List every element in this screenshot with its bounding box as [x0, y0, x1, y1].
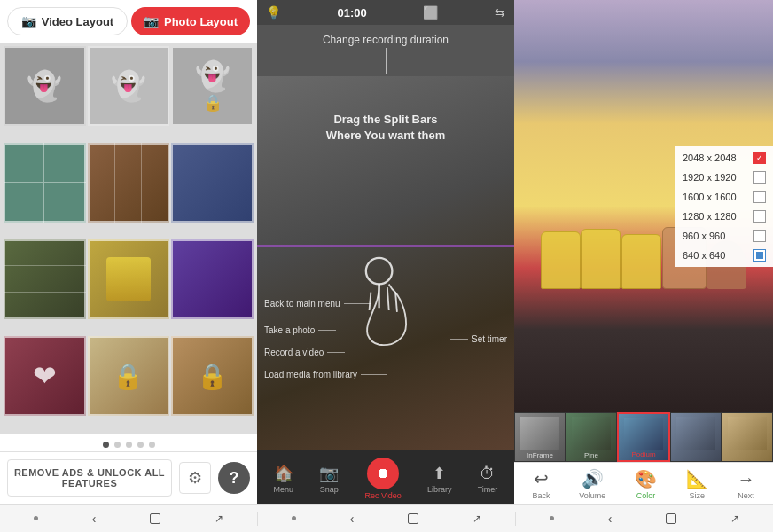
color-button[interactable]: 🎨 Color: [635, 468, 657, 500]
size-option-1920[interactable]: 1920 x 1920: [683, 171, 766, 184]
size-960-label: 960 x 960: [683, 231, 725, 241]
thumb-inframe-label: InFrame: [527, 451, 553, 459]
size-640-checkbox[interactable]: [753, 249, 766, 262]
layout-cell-brown[interactable]: [88, 143, 170, 223]
thumbnail-strip: InFrame Pine Podium: [514, 412, 773, 462]
size-option-640[interactable]: 640 x 640: [683, 249, 766, 262]
color-label: Color: [636, 491, 656, 500]
nav-menu-button[interactable]: 🏠 Menu: [274, 464, 294, 494]
nav-library-button[interactable]: ⬆ Library: [427, 464, 452, 494]
volume-label: Volume: [579, 491, 605, 500]
dot-4[interactable]: [137, 442, 144, 448]
status-section-mid: ‹ ↗: [258, 512, 516, 526]
remove-ads-label: REMOVE ADS & UNLOCK ALL FEATURES: [14, 467, 165, 489]
size-options-panel: 2048 x 2048 ✓ 1920 x 1920 1600 x 1600 12…: [675, 146, 773, 267]
help-icon: ?: [230, 469, 239, 488]
menu-label: Menu: [274, 485, 294, 494]
pagination: [0, 434, 257, 451]
size-2048-checkbox[interactable]: ✓: [753, 152, 766, 164]
video-layout-label: Video Layout: [42, 15, 113, 28]
take-photo-annotation: Take a photo: [264, 325, 336, 335]
record-label: Record a video: [264, 348, 324, 357]
layout-cell-ghost2[interactable]: 👻: [88, 46, 170, 126]
layout-cell-lock2[interactable]: 🔒: [171, 336, 254, 416]
left-bottom-bar: REMOVE ADS & UNLOCK ALL FEATURES ⚙ ?: [0, 451, 257, 504]
thumb-pine-label: Pine: [584, 451, 598, 459]
timer-icon: ⏱: [480, 465, 496, 483]
gear-icon: ⚙: [188, 468, 202, 488]
layout-toggle-header: 📷 Video Layout 📷 Photo Layout: [0, 0, 257, 43]
size-option-2048[interactable]: 2048 x 2048 ✓: [683, 152, 766, 164]
thumb-podium-label: Podium: [631, 450, 655, 458]
size-button[interactable]: 📐 Size: [686, 468, 708, 500]
back-icon: ↩: [534, 468, 549, 489]
status-square-mid: [408, 513, 418, 524]
layout-cell-heart[interactable]: ❤: [4, 336, 86, 416]
status-dot-mid: [292, 516, 296, 520]
remove-ads-button[interactable]: REMOVE ADS & UNLOCK ALL FEATURES: [7, 459, 172, 497]
size-option-1600[interactable]: 1600 x 1600: [683, 191, 766, 203]
layout-cell-ghost1[interactable]: 👻: [4, 46, 86, 126]
drag-text: Drag the Split BarsWhere You want them: [326, 112, 446, 144]
next-icon: →: [738, 469, 755, 489]
size-option-960[interactable]: 960 x 960: [683, 230, 766, 242]
thumb-pine[interactable]: Pine: [566, 412, 617, 462]
size-640-label: 640 x 640: [683, 250, 725, 261]
status-back-mid[interactable]: ‹: [350, 512, 355, 526]
layout-cell-purple[interactable]: [171, 239, 254, 319]
take-photo-label: Take a photo: [264, 325, 315, 335]
layout-cell-blue[interactable]: [171, 143, 254, 223]
right-bottom-bar: ↩ Back 🔊 Volume 🎨 Color 📐 Size → Next: [514, 462, 773, 504]
set-timer-annotation: Set timer: [450, 334, 507, 344]
status-arrow-right: ↗: [730, 512, 739, 525]
nav-rec-video-button[interactable]: ⏺ Rec Video: [364, 458, 401, 500]
status-back-left[interactable]: ‹: [92, 512, 97, 526]
layout-cell-yellow[interactable]: [88, 239, 170, 319]
layout-cell-green[interactable]: [4, 239, 86, 319]
size-1920-label: 1920 x 1920: [683, 172, 737, 183]
thumb-5[interactable]: [722, 412, 773, 462]
volume-button[interactable]: 🔊 Volume: [579, 468, 605, 500]
settings-button[interactable]: ⚙: [179, 462, 211, 494]
video-layout-button[interactable]: 📷 Video Layout: [7, 7, 128, 35]
camera-preview[interactable]: Drag the Split BarsWhere You want them B…: [257, 76, 514, 450]
snap-icon: 📷: [319, 464, 339, 483]
size-960-checkbox[interactable]: [753, 230, 766, 242]
change-duration-text: Change recording duration: [323, 34, 449, 46]
layout-cell-ghost3[interactable]: 👻 🔒: [171, 46, 254, 126]
dot-5[interactable]: [149, 442, 155, 448]
photo-icon: 📷: [144, 14, 159, 28]
set-timer-label: Set timer: [472, 334, 507, 344]
thumb-4[interactable]: [670, 412, 722, 462]
size-1280-checkbox[interactable]: [753, 210, 766, 223]
status-back-right[interactable]: ‹: [608, 512, 613, 526]
layout-cell-teal[interactable]: [4, 143, 86, 223]
back-label: Back to main menu: [264, 299, 340, 309]
nav-snap-button[interactable]: 📷 Snap: [319, 464, 339, 494]
help-button[interactable]: ?: [218, 462, 250, 494]
photo-layout-button[interactable]: 📷 Photo Layout: [131, 7, 250, 35]
dot-2[interactable]: [114, 442, 121, 448]
dot-1[interactable]: [103, 442, 109, 448]
dot-3[interactable]: [126, 442, 132, 448]
back-button[interactable]: ↩ Back: [532, 468, 550, 500]
menu-icon: 🏠: [274, 464, 293, 483]
thumb-inframe[interactable]: InFrame: [514, 412, 566, 462]
video-icon: 📷: [21, 14, 36, 28]
color-icon: 🎨: [635, 468, 657, 489]
size-2048-label: 2048 x 2048: [683, 153, 737, 163]
next-button[interactable]: → Next: [738, 469, 755, 500]
thumb-podium[interactable]: Podium: [617, 412, 670, 462]
svg-point-0: [366, 258, 393, 285]
aspect-icon: ⬜: [423, 5, 438, 20]
layout-cell-lock1[interactable]: 🔒: [88, 336, 170, 416]
size-1920-checkbox[interactable]: [753, 171, 766, 184]
size-option-1280[interactable]: 1280 x 1280: [683, 210, 766, 223]
volume-icon: 🔊: [582, 468, 604, 489]
left-panel: 📷 Video Layout 📷 Photo Layout 👻 👻: [0, 0, 257, 504]
nav-timer-button[interactable]: ⏱ Timer: [478, 465, 498, 494]
timer-nav-label: Timer: [478, 485, 498, 494]
photo-display: 2048 x 2048 ✓ 1920 x 1920 1600 x 1600 12…: [514, 0, 773, 412]
status-bar: ‹ ↗ ‹ ↗ ‹ ↗: [0, 504, 773, 532]
size-1600-checkbox[interactable]: [753, 191, 766, 203]
